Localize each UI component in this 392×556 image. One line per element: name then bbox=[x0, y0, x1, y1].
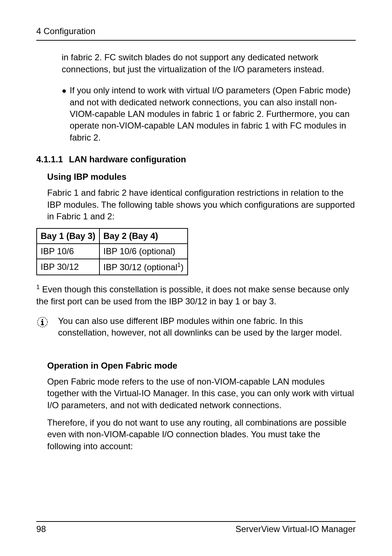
table-cell-r2c2: IBP 30/12 (optional1) bbox=[99, 259, 188, 275]
bullet-text: If you only intend to work with virtual … bbox=[70, 85, 356, 143]
product-name: ServerView Virtual-IO Manager bbox=[236, 524, 356, 534]
info-text: You can also use different IBP modules w… bbox=[58, 315, 356, 339]
table-header-bay1: Bay 1 (Bay 3) bbox=[37, 228, 99, 244]
bullet-item: ● If you only intend to work with virtua… bbox=[62, 85, 356, 143]
page-container: 4 Configuration in fabric 2. FC switch b… bbox=[0, 0, 392, 556]
page-footer: 98 ServerView Virtual-IO Manager bbox=[36, 521, 356, 534]
footnote-marker: 1 bbox=[36, 284, 40, 291]
table-cell-r2c2-pre: IBP 30/12 (optional bbox=[103, 262, 177, 272]
footnote-block: 1 Even though this constellation is poss… bbox=[36, 283, 356, 307]
section-heading-row: 4.1.1.1 LAN hardware configuration bbox=[36, 154, 356, 165]
footer-divider bbox=[36, 521, 356, 522]
section-number: 4.1.1.1 bbox=[36, 154, 69, 165]
table-row: IBP 10/6 IBP 10/6 (optional) bbox=[37, 244, 188, 259]
table-header-bay2: Bay 2 (Bay 4) bbox=[99, 228, 188, 244]
ibp-table-container: Bay 1 (Bay 3) Bay 2 (Bay 4) IBP 10/6 IBP… bbox=[36, 228, 356, 275]
table-row: IBP 30/12 IBP 30/12 (optional1) bbox=[37, 259, 188, 275]
subheading-open-fabric: Operation in Open Fabric mode bbox=[47, 361, 356, 371]
page-header: 4 Configuration bbox=[36, 25, 356, 37]
subheading-ibp: Using IBP modules bbox=[47, 172, 356, 182]
table-cell-r2c2-post: ) bbox=[181, 262, 184, 272]
info-callout: You can also use different IBP modules w… bbox=[36, 315, 356, 339]
footnote-ref-1: 1 bbox=[177, 261, 180, 268]
svg-point-1 bbox=[42, 319, 43, 320]
footer-row: 98 ServerView Virtual-IO Manager bbox=[36, 524, 356, 534]
table-cell-r1c1: IBP 10/6 bbox=[37, 244, 99, 259]
table-header-row: Bay 1 (Bay 3) Bay 2 (Bay 4) bbox=[37, 228, 188, 244]
bullet-dot-icon: ● bbox=[62, 85, 70, 143]
ibp-paragraph: Fabric 1 and fabric 2 have identical con… bbox=[47, 187, 356, 222]
intro-paragraph-text: in fabric 2. FC switch blades do not sup… bbox=[62, 52, 324, 74]
ibp-table: Bay 1 (Bay 3) Bay 2 (Bay 4) IBP 10/6 IBP… bbox=[36, 228, 188, 275]
table-cell-r2c1: IBP 30/12 bbox=[37, 259, 99, 275]
footnote-text: Even though this constellation is possib… bbox=[36, 284, 349, 306]
svg-rect-4 bbox=[41, 321, 43, 322]
open-fabric-para2: Therefore, if you do not want to use any… bbox=[47, 417, 356, 452]
open-fabric-para1: Open Fabric mode refers to the use of no… bbox=[47, 376, 356, 411]
header-divider bbox=[36, 40, 356, 41]
page-number: 98 bbox=[36, 524, 46, 534]
header-title: 4 Configuration bbox=[36, 26, 95, 36]
table-cell-r1c2: IBP 10/6 (optional) bbox=[99, 244, 188, 259]
svg-rect-3 bbox=[41, 324, 44, 325]
info-icon bbox=[36, 315, 58, 339]
section-heading: LAN hardware configuration bbox=[69, 154, 186, 165]
intro-paragraph: in fabric 2. FC switch blades do not sup… bbox=[62, 52, 356, 75]
